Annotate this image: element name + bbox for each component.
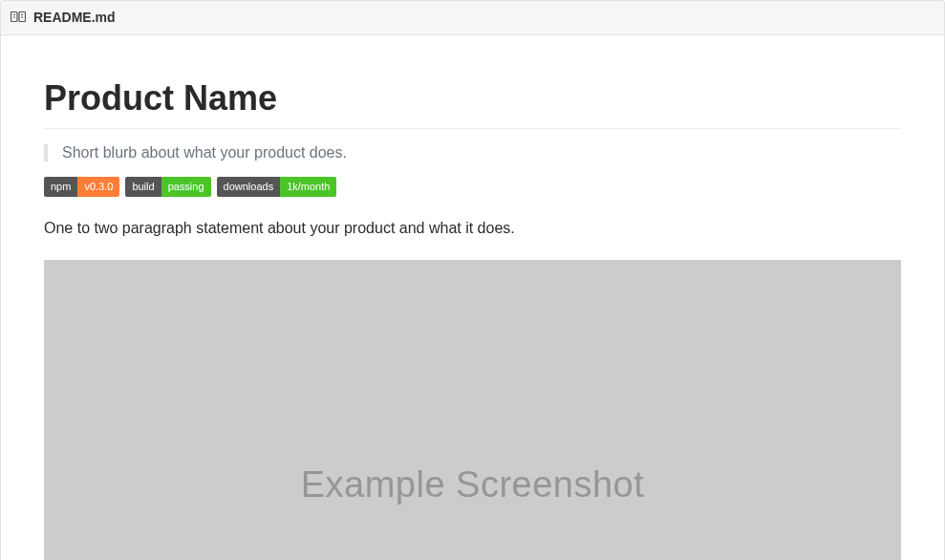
badge-build-value: passing [161,177,211,197]
product-title: Product Name [44,78,901,129]
badge-build-label: build [125,177,161,197]
file-header: README.md [0,0,945,35]
badges-row: npm v0.3.0 build passing downloads 1k/mo… [44,177,901,197]
product-description: One to two paragraph statement about you… [44,220,901,237]
badge-downloads-value: 1k/month [280,177,336,197]
screenshot-placeholder: Example Screenshot [44,260,901,560]
readme-body: Product Name Short blurb about what your… [0,35,945,560]
badge-downloads-label: downloads [217,177,281,197]
file-name: README.md [33,10,116,25]
badge-npm-value: v0.3.0 [77,177,119,197]
badge-npm[interactable]: npm v0.3.0 [44,177,119,197]
badge-build[interactable]: build passing [125,177,210,197]
book-icon [11,10,26,25]
badge-npm-label: npm [44,177,77,197]
screenshot-label: Example Screenshot [301,464,645,506]
short-blurb: Short blurb about what your product does… [44,144,901,162]
badge-downloads[interactable]: downloads 1k/month [217,177,337,197]
blurb-text: Short blurb about what your product does… [62,144,887,162]
